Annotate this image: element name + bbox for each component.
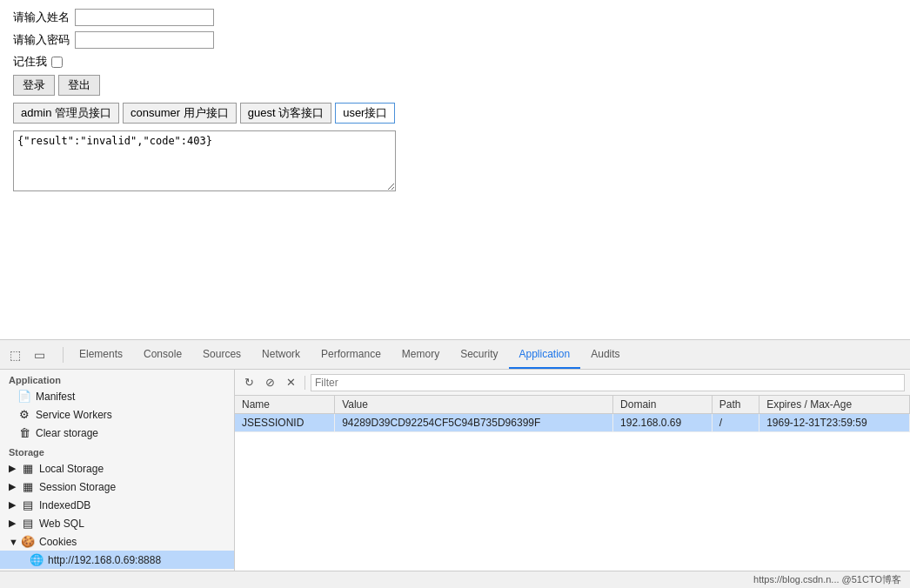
tab-application[interactable]: Application xyxy=(509,340,581,369)
sidebar-item-cookies[interactable]: ▼ 🍪 Cookies xyxy=(0,532,234,551)
session-storage-arrow: ▶ xyxy=(9,481,17,492)
app-section-header: Application xyxy=(0,370,234,387)
logout-button[interactable]: 登出 xyxy=(58,75,100,96)
local-storage-label: Local Storage xyxy=(39,463,104,475)
service-workers-label: Service Workers xyxy=(36,409,112,421)
local-storage-arrow: ▶ xyxy=(9,463,17,474)
cookies-label: Cookies xyxy=(39,536,77,548)
refresh-button[interactable]: ↻ xyxy=(240,374,258,391)
guest-api-button[interactable]: guest 访客接口 xyxy=(240,103,331,124)
devtools-icon-group: ⬚ ▭ xyxy=(5,345,49,364)
cookies-table-head: Name Value Domain Path Expires / Max-Age xyxy=(235,396,910,414)
panel-toolbar: ↻ ⊘ ✕ xyxy=(235,370,910,396)
sidebar-item-clear-storage[interactable]: 🗑 Clear storage xyxy=(0,424,234,442)
remember-row: 记住我 xyxy=(13,54,897,70)
clear-storage-icon: 🗑 xyxy=(17,426,31,439)
devtools-panel: ⬚ ▭ Elements Console Sources Network Per… xyxy=(0,339,910,588)
tab-security[interactable]: Security xyxy=(450,340,508,369)
cookie-url-label: http://192.168.0.69:8888 xyxy=(48,554,161,566)
sidebar-item-manifest[interactable]: 📄 Manifest xyxy=(0,387,234,405)
tab-performance[interactable]: Performance xyxy=(311,340,391,369)
tab-memory[interactable]: Memory xyxy=(391,340,450,369)
login-button[interactable]: 登录 xyxy=(13,75,55,96)
tab-elements[interactable]: Elements xyxy=(69,340,133,369)
block-button[interactable]: ⊘ xyxy=(261,374,278,391)
consumer-api-button[interactable]: consumer 用户接口 xyxy=(123,103,237,124)
indexeddb-label: IndexedDB xyxy=(39,499,90,511)
indexeddb-arrow: ▶ xyxy=(9,499,17,511)
password-row: 请输入密码 xyxy=(13,31,897,49)
admin-api-button[interactable]: admin 管理员接口 xyxy=(13,103,119,124)
devtools-statusbar: https://blog.csdn.n... @51CTO博客 xyxy=(0,571,910,588)
manifest-icon: 📄 xyxy=(17,390,31,403)
cell-name: JSESSIONID xyxy=(235,414,335,432)
web-sql-icon: ▤ xyxy=(21,517,35,530)
col-path: Path xyxy=(712,396,759,414)
devtools-topbar: ⬚ ▭ Elements Console Sources Network Per… xyxy=(0,340,910,370)
cursor-icon[interactable]: ⬚ xyxy=(5,345,24,364)
tab-audits[interactable]: Audits xyxy=(580,340,630,369)
name-row: 请输入姓名 xyxy=(13,9,897,26)
user-api-button[interactable]: user接口 xyxy=(335,103,395,124)
session-storage-label: Session Storage xyxy=(39,481,116,493)
sidebar-item-session-storage[interactable]: ▶ ▦ Session Storage xyxy=(0,478,234,496)
col-value: Value xyxy=(335,396,613,414)
cookies-arrow: ▼ xyxy=(9,537,17,547)
devtools-content: Application 📄 Manifest ⚙ Service Workers… xyxy=(0,370,910,571)
table-row[interactable]: JSESSIONID 94289D39CD92254CF5C94B735D963… xyxy=(235,414,910,432)
web-sql-arrow: ▶ xyxy=(9,518,17,529)
name-input[interactable] xyxy=(75,9,214,26)
cell-value: 94289D39CD92254CF5C94B735D96399F xyxy=(335,414,613,432)
tab-console[interactable]: Console xyxy=(133,340,192,369)
cookie-url-icon: 🌐 xyxy=(30,553,43,566)
page-area: 请输入姓名 请输入密码 记住我 登录 登出 admin 管理员接口 consum… xyxy=(0,0,910,339)
cookies-header-row: Name Value Domain Path Expires / Max-Age xyxy=(235,396,910,414)
sidebar-item-cookie-url[interactable]: 🌐 http://192.168.0.69:8888 xyxy=(0,551,234,569)
toolbar-separator xyxy=(304,376,305,390)
cookies-data-table: Name Value Domain Path Expires / Max-Age… xyxy=(235,396,910,432)
cell-expires: 1969-12-31T23:59:59 xyxy=(759,414,910,432)
sidebar-item-indexeddb[interactable]: ▶ ▤ IndexedDB xyxy=(0,496,234,514)
device-icon[interactable]: ▭ xyxy=(30,345,49,364)
name-label: 请输入姓名 xyxy=(13,10,70,25)
remember-checkbox[interactable] xyxy=(51,57,63,68)
storage-section-header: Storage xyxy=(0,442,234,459)
tab-sources[interactable]: Sources xyxy=(192,340,251,369)
session-storage-icon: ▦ xyxy=(21,480,35,493)
api-btn-row: admin 管理员接口 consumer 用户接口 guest 访客接口 use… xyxy=(13,103,897,124)
col-expires: Expires / Max-Age xyxy=(759,396,910,414)
service-workers-icon: ⚙ xyxy=(17,408,31,421)
local-storage-icon: ▦ xyxy=(21,462,35,475)
col-domain: Domain xyxy=(613,396,713,414)
remember-label: 记住我 xyxy=(13,54,47,70)
filter-input[interactable] xyxy=(311,374,905,391)
password-label: 请输入密码 xyxy=(13,32,70,48)
cookies-icon: 🍪 xyxy=(21,535,35,548)
indexeddb-icon: ▤ xyxy=(21,498,35,511)
devtools-tabs: Elements Console Sources Network Perform… xyxy=(69,340,631,369)
cookies-table-body: JSESSIONID 94289D39CD92254CF5C94B735D963… xyxy=(235,414,910,432)
tab-network[interactable]: Network xyxy=(251,340,311,369)
cell-domain: 192.168.0.69 xyxy=(613,414,713,432)
manifest-label: Manifest xyxy=(36,391,75,403)
sidebar-item-web-sql[interactable]: ▶ ▤ Web SQL xyxy=(0,514,234,532)
action-btn-row: 登录 登出 xyxy=(13,75,897,96)
statusbar-text: https://blog.csdn.n... @51CTO博客 xyxy=(753,573,901,586)
sidebar-item-service-workers[interactable]: ⚙ Service Workers xyxy=(0,405,234,424)
separator xyxy=(63,347,64,363)
cell-path: / xyxy=(712,414,759,432)
sidebar-item-local-storage[interactable]: ▶ ▦ Local Storage xyxy=(0,459,234,478)
devtools-main-panel: ↻ ⊘ ✕ Name Value Domain Path Expires / M… xyxy=(235,370,910,571)
delete-button[interactable]: ✕ xyxy=(282,374,299,391)
clear-storage-label: Clear storage xyxy=(36,427,98,439)
web-sql-label: Web SQL xyxy=(39,518,84,530)
col-name: Name xyxy=(235,396,335,414)
devtools-sidebar: Application 📄 Manifest ⚙ Service Workers… xyxy=(0,370,235,571)
response-textarea[interactable]: {"result":"invalid","code":403} xyxy=(13,130,396,191)
cookies-table: Name Value Domain Path Expires / Max-Age… xyxy=(235,396,910,571)
password-input[interactable] xyxy=(75,31,214,49)
